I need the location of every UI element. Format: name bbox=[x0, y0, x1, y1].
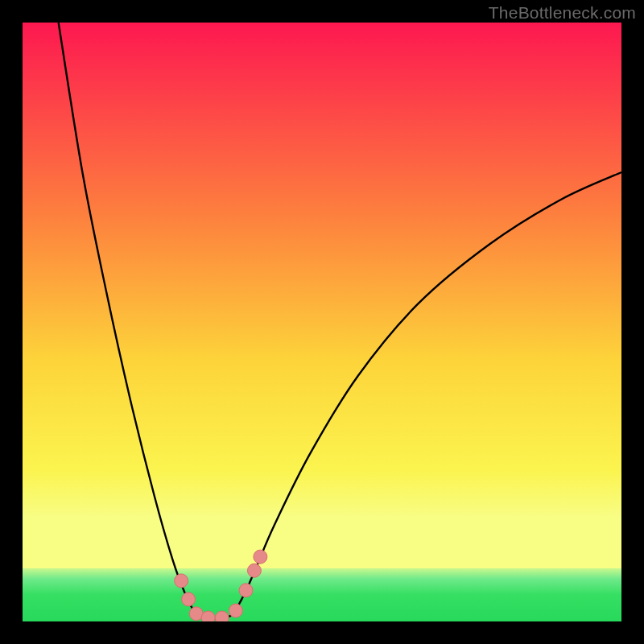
curve-marker bbox=[175, 574, 188, 588]
bottleneck-chart bbox=[23, 23, 621, 621]
curve-marker bbox=[182, 592, 196, 606]
curve-marker bbox=[254, 550, 267, 564]
curve-marker bbox=[201, 611, 215, 621]
watermark-text: TheBottleneck.com bbox=[489, 3, 636, 23]
curve-marker bbox=[229, 604, 242, 617]
chart-frame bbox=[23, 23, 621, 621]
heat-gradient bbox=[23, 23, 621, 568]
curve-marker bbox=[247, 564, 261, 577]
green-band bbox=[23, 568, 621, 621]
curve-marker bbox=[239, 584, 253, 597]
curve-marker bbox=[215, 611, 229, 621]
